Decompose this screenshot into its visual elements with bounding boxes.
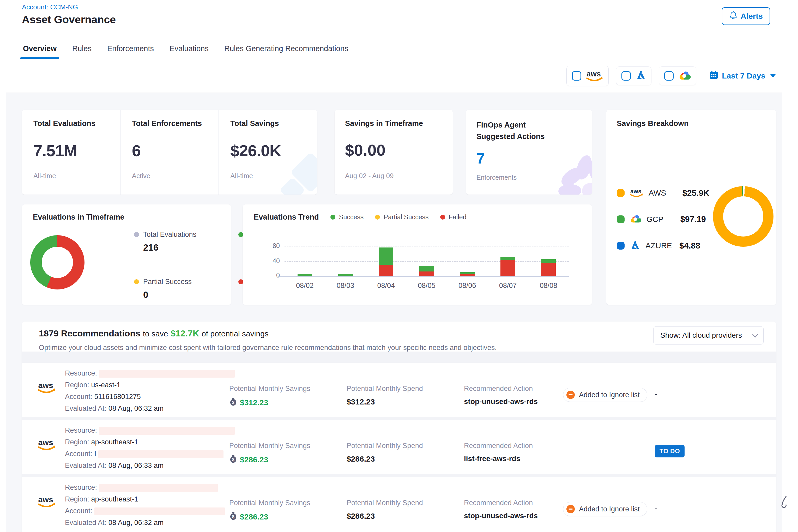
y-tick-80: 80 (264, 242, 280, 250)
row-divider (22, 417, 776, 420)
partial-dot (134, 279, 139, 284)
recommendations-header: 1879 Recommendations to save $12.7K of p… (22, 322, 776, 352)
savings-label: Potential Monthly Savings (229, 385, 347, 393)
recommendation-row[interactable]: Resource: Region: us-east-1 Account: 511… (22, 363, 776, 417)
gcp-logo-icon (678, 71, 691, 81)
legend-provider-amount: $25.9K (682, 188, 709, 198)
tab-enforcements[interactable]: Enforcements (106, 44, 155, 59)
tab-overview[interactable]: Overview (22, 44, 58, 59)
status-column: Added to Ignore list - (563, 482, 776, 531)
money-bag-icon (229, 512, 237, 522)
aws-logo-icon (38, 367, 65, 417)
resource-details: Resource: Region: us-east-1 Account: 511… (65, 367, 229, 417)
spend-value: $286.23 (347, 455, 464, 463)
potential-savings-amount: $12.7K (171, 328, 199, 338)
provider-filter-gcp[interactable] (659, 66, 696, 85)
resource-details: Resource: Region: ap-southeast-1 Account… (65, 482, 229, 531)
spend-value: $312.23 (347, 397, 464, 406)
title-mid-text: to save (143, 329, 168, 338)
resource-line: Resource: (65, 424, 229, 436)
savings-breakdown-legend: AWS $25.9K GCP $97.19 AZURE $4.88 (617, 188, 709, 251)
savings-column: Potential Monthly Savings $312.23 (229, 367, 347, 417)
summary-stats-card: Total Evaluations 7.51M All-time Total E… (22, 110, 317, 194)
savings-value: $286.23 (240, 455, 268, 464)
page-header: Account: CCM-NG Asset Governance Alerts … (6, 0, 782, 59)
dashboard-main: Total Evaluations 7.51M All-time Total E… (6, 93, 782, 532)
recommendation-row[interactable]: Resource: Region: ap-southeast-1 Account… (22, 477, 776, 531)
todo-status-badge[interactable]: TO DO (655, 445, 685, 457)
account-line: Account: I (65, 448, 229, 460)
tab-rules[interactable]: Rules (71, 44, 93, 59)
legend-provider-name: AZURE (645, 241, 674, 250)
account-breadcrumb-link[interactable]: Account: CCM-NG (22, 3, 78, 11)
finops-agent-card: FinOps Agent Suggested Actions 7 Enforce… (466, 110, 592, 194)
legend-provider-name: AWS (649, 189, 677, 197)
recommendations-section: 1879 Recommendations to save $12.7K of p… (22, 322, 776, 532)
x-axis-label: 08/08 (528, 282, 569, 290)
trend-legend-failed: Failed (440, 213, 467, 221)
stat-value: $26.0K (230, 141, 317, 160)
trend-legend-partial: Partial Success (375, 213, 429, 221)
total-enforcements-stat: Total Enforcements 6 Active (120, 110, 219, 194)
x-axis-label: 08/04 (366, 282, 406, 290)
cloud-provider-filter-dropdown[interactable]: Show: All cloud providers (653, 326, 764, 344)
donut-hole (42, 247, 73, 278)
action-column: Recommended Action stop-unused-aws-rds (464, 482, 563, 531)
card-title: Evaluations Trend (254, 213, 319, 222)
recommendations-count: 1879 Recommendations (39, 328, 140, 338)
action-label: Recommended Action (464, 385, 563, 393)
alerts-button[interactable]: Alerts (722, 7, 770, 25)
tab-evaluations[interactable]: Evaluations (169, 44, 210, 59)
savings-breakdown-card: Savings Breakdown AWS $25.9K GCP $97.19 (606, 110, 776, 305)
filter-bar: Last 7 Days (6, 59, 782, 93)
redacted-value (98, 450, 224, 458)
resource-line: Resource: (65, 482, 229, 493)
aws-logo-icon (38, 482, 65, 531)
added-to-ignore-list-pill[interactable]: Added to Ignore list (563, 388, 647, 402)
legend-value: 216 (143, 242, 239, 253)
added-to-ignore-list-pill[interactable]: Added to Ignore list (563, 502, 647, 516)
account-line: Account: (65, 505, 229, 517)
trend-bars (285, 246, 569, 276)
stat-caption: All-time (33, 172, 120, 180)
legend-label: Partial Success (384, 213, 429, 221)
recommendations-subtitle: Optimize your cloud assets and minimize … (39, 344, 776, 352)
date-range-label: Last 7 Days (722, 72, 765, 80)
provider-filter-aws[interactable] (566, 66, 609, 86)
stat-title: Total Evaluations (33, 119, 120, 128)
date-range-dropdown[interactable]: Last 7 Days (709, 71, 776, 81)
money-bag-icon (229, 455, 237, 465)
stat-title: Total Enforcements (132, 119, 219, 128)
trend-bar-08/08 (528, 259, 569, 276)
action-column: Recommended Action list-free-aws-rds (464, 424, 563, 474)
savings-value: $286.23 (240, 512, 268, 521)
tab-rules-generating-recommendations[interactable]: Rules Generating Recommendations (223, 44, 349, 59)
legend-item-aws: AWS $25.9K (617, 188, 709, 198)
spend-column: Potential Monthly Spend $286.23 (347, 482, 464, 531)
card-title: Savings in Timeframe (345, 119, 453, 128)
recommendation-row[interactable]: Resource: Region: ap-southeast-1 Account… (22, 420, 776, 474)
minus-icon (566, 391, 575, 399)
trend-header: Evaluations Trend Success Partial Succes… (254, 213, 592, 222)
trend-bar-chart: 80 40 0 (285, 246, 569, 276)
gcp-logo-icon (630, 214, 641, 224)
spend-column: Potential Monthly Spend $286.23 (347, 424, 464, 474)
aws-logo-icon (38, 424, 65, 474)
legend-total-evaluations: Total Evaluations 216 (134, 230, 239, 253)
evaluated-line: Evaluated At: 08 Aug, 06:33 am (65, 460, 229, 472)
gcp-checkbox[interactable] (664, 71, 673, 81)
money-bag-icon (229, 397, 237, 408)
redacted-value (99, 370, 235, 378)
action-label: Recommended Action (464, 499, 563, 507)
azure-checkbox[interactable] (622, 71, 631, 81)
region-line: Region: us-east-1 (65, 379, 229, 391)
evaluated-line: Evaluated At: 08 Aug, 06:32 am (65, 403, 229, 414)
provider-filter-azure[interactable] (616, 66, 651, 85)
aws-checkbox[interactable] (572, 71, 581, 81)
savings-label: Potential Monthly Savings (229, 442, 347, 450)
status-dash: - (655, 502, 776, 512)
trend-bar-08/03 (325, 274, 366, 276)
trend-bar-08/02 (285, 274, 325, 276)
legend-partial-success: Partial Success 0 (134, 278, 239, 300)
redacted-value (99, 484, 218, 492)
